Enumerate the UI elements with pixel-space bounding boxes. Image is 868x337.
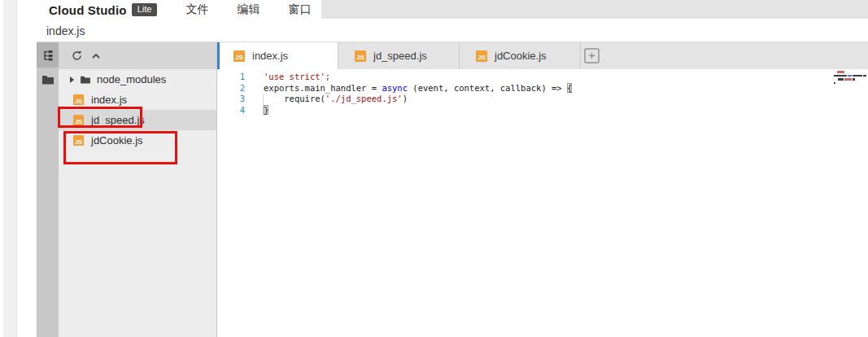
browser-gutter-strip: [3, 0, 17, 337]
outline-tree-icon: [42, 50, 54, 61]
javascript-file-icon: JS: [73, 135, 84, 146]
activity-item-explorer[interactable]: [37, 42, 59, 68]
tab-label: index.js: [252, 50, 288, 62]
code-line[interactable]: 3 require('./jd_speed.js'): [217, 94, 868, 105]
code-line[interactable]: 2exports.main_handler = async (event, co…: [217, 83, 868, 94]
tab-jdcookie-js[interactable]: JSjdCookie.js: [460, 42, 581, 69]
tree-item-jd_speed-js[interactable]: JSjd_speed.js: [59, 110, 216, 130]
workbench: node_modulesJSindex.jsJSjd_speed.jsJSjdC…: [37, 42, 868, 337]
breadcrumb-file-name: index.js: [46, 24, 85, 37]
code-editor[interactable]: 1'use strict';2exports.main_handler = as…: [217, 69, 868, 337]
javascript-file-icon: JS: [476, 50, 487, 62]
tab-label: jdCookie.js: [495, 50, 547, 62]
header-gray-filler: [321, 0, 868, 19]
collapse-up-icon[interactable]: [91, 52, 101, 59]
activity-bar: [37, 42, 59, 337]
tree-item-label: index.js: [91, 94, 127, 106]
minimap-line: [838, 78, 867, 81]
lite-badge: Lite: [132, 3, 158, 16]
code-line-text: require('./jd_speed.js'): [245, 94, 408, 105]
code-line-text: exports.main_handler = async (event, con…: [245, 83, 572, 94]
minimap-line: [837, 71, 867, 73]
tree-item-label: node_modules: [97, 73, 166, 85]
tree-item-node_modules[interactable]: node_modules: [59, 69, 216, 90]
activity-item-files[interactable]: [37, 68, 59, 91]
code-line-text: 'use strict';: [245, 72, 330, 83]
tree-item-label: jd_speed.js: [91, 114, 145, 126]
menu-item-window[interactable]: 窗口: [288, 2, 311, 17]
new-tab-button[interactable]: [584, 48, 600, 63]
javascript-file-icon: JS: [233, 50, 245, 62]
folder-icon: [41, 74, 55, 85]
tree-item-jdcookie-js[interactable]: JSjdCookie.js: [59, 130, 216, 151]
tab-bar: JSindex.jsJSjd_speed.jsJSjdCookie.js: [217, 42, 868, 69]
plus-icon: [587, 50, 597, 61]
line-number: 2: [217, 83, 245, 94]
code-line-text: }: [245, 105, 268, 116]
tab-label: jd_speed.js: [373, 50, 427, 62]
indent-guide: [263, 94, 264, 116]
minimap-line: [834, 82, 867, 85]
explorer-sidebar: node_modulesJSindex.jsJSjd_speed.jsJSjdC…: [59, 42, 216, 337]
refresh-icon[interactable]: [72, 50, 82, 61]
breadcrumb: index.js: [37, 20, 868, 42]
collapsed-arrow-icon: [70, 77, 74, 83]
line-number: 1: [217, 72, 245, 83]
javascript-file-icon: JS: [73, 115, 84, 125]
editor-group: JSindex.jsJSjd_speed.jsJSjdCookie.js 1'u…: [216, 42, 868, 337]
app-logo: Cloud Studio: [49, 3, 127, 17]
javascript-file-icon: JS: [355, 50, 366, 62]
cloud-studio-window: Cloud Studio Lite 文件编辑窗口 index.js: [0, 0, 868, 337]
tree-item-index-js[interactable]: JSindex.js: [59, 90, 216, 110]
tab-index-js[interactable]: JSindex.js: [217, 42, 338, 69]
file-tree: node_modulesJSindex.jsJSjd_speed.jsJSjdC…: [59, 69, 216, 337]
menu-item-edit[interactable]: 编辑: [237, 2, 260, 17]
tree-item-label: jdCookie.js: [91, 134, 143, 147]
tab-jd_speed-js[interactable]: JSjd_speed.js: [338, 42, 460, 69]
code-line[interactable]: 4}: [217, 105, 868, 116]
code-line[interactable]: 1'use strict';: [217, 72, 868, 83]
javascript-file-icon: JS: [73, 94, 84, 105]
menu-item-file[interactable]: 文件: [185, 2, 208, 17]
line-number: 3: [217, 94, 245, 105]
line-number: 4: [217, 105, 245, 116]
folder-icon: [80, 75, 91, 84]
code-lines: 1'use strict';2exports.main_handler = as…: [217, 72, 868, 116]
minimap[interactable]: [834, 71, 867, 85]
menubar: Cloud Studio Lite 文件编辑窗口: [37, 0, 321, 20]
menubar-menus: 文件编辑窗口: [157, 2, 311, 17]
minimap-line: [834, 75, 867, 77]
explorer-toolbar: [59, 42, 216, 69]
